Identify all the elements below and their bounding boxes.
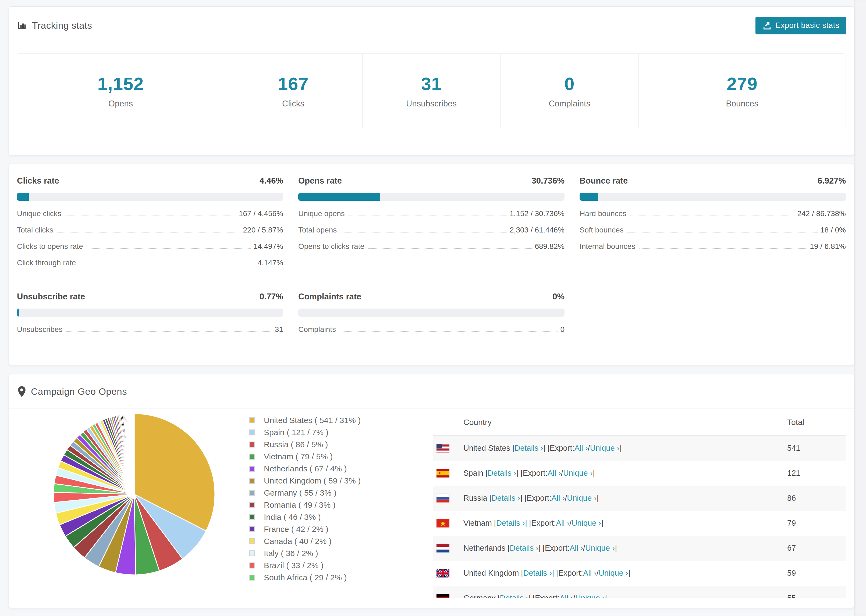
legend-label: Germany ( 55 / 3% ) <box>264 488 337 498</box>
export-all-link[interactable]: All › <box>575 444 588 453</box>
country-name: Spain <box>463 469 483 478</box>
rate-detail-label: Complaints <box>298 325 336 334</box>
rate-detail-row: Clicks to opens rate14.497% <box>17 242 283 251</box>
details-link[interactable]: Details › <box>500 594 528 598</box>
rate-value: 0.77% <box>260 292 283 302</box>
rate-detail-row: Complaints0 <box>298 325 565 334</box>
geo-table-row-united-states: United States [Details ›] [Export: All ›… <box>433 436 846 460</box>
export-unique-link[interactable]: Unique › <box>567 494 597 503</box>
geo-table-column: Country Total United States [Details ›] … <box>433 409 846 598</box>
dotted-leader <box>630 215 794 216</box>
legend-item-united-states[interactable]: United States ( 541 / 31% ) <box>249 416 433 425</box>
rates-grid: Clicks rate4.46%Unique clicks167 / 4.456… <box>17 176 846 334</box>
legend-item-vietnam[interactable]: Vietnam ( 79 / 5% ) <box>249 452 433 461</box>
geo-row-total: 541 <box>787 444 846 453</box>
legend-item-canada[interactable]: Canada ( 40 / 2% ) <box>249 537 433 546</box>
stat-box-complaints: 0Complaints <box>500 54 638 128</box>
campaign-geo-opens-card: Campaign Geo Opens United States ( 541 /… <box>9 374 854 608</box>
rate-head: Bounce rate6.927% <box>579 176 846 186</box>
legend-item-romania[interactable]: Romania ( 49 / 3% ) <box>249 500 433 509</box>
legend-swatch <box>249 454 255 460</box>
rate-detail-value: 14.497% <box>254 242 283 251</box>
geo-table-row-vietnam: Vietnam [Details ›] [Export: All › / Uni… <box>433 511 846 536</box>
export-unique-link[interactable]: Unique › <box>572 519 601 528</box>
rate-progress-fill <box>298 193 380 201</box>
legend-item-united-kingdom[interactable]: United Kingdom ( 59 / 3% ) <box>249 476 433 486</box>
export-all-link[interactable]: All › <box>551 494 565 503</box>
rate-title: Complaints rate <box>298 292 361 302</box>
rate-detail-value: 2,303 / 61.446% <box>510 226 565 234</box>
rate-progress-fill <box>17 193 29 201</box>
country-name: Vietnam <box>463 519 492 528</box>
rate-panel-opens-rate: Opens rate30.736%Unique opens1,152 / 30.… <box>298 176 565 267</box>
tracking-stats-header: Tracking stats Export basic stats <box>9 7 854 44</box>
details-link[interactable]: Details › <box>510 544 538 553</box>
details-link[interactable]: Details › <box>491 494 520 503</box>
legend-label: United States ( 541 / 31% ) <box>264 416 361 425</box>
flag-de-icon <box>436 594 449 598</box>
country-name: United States <box>463 444 510 453</box>
geo-table-row-russia: Russia [Details ›] [Export: All › / Uniq… <box>433 486 846 511</box>
export-unique-link[interactable]: Unique › <box>575 594 605 598</box>
stat-label: Bounces <box>726 99 759 108</box>
legend-item-brazil[interactable]: Brazil ( 33 / 2% ) <box>249 561 433 570</box>
rate-rows: Unsubscribes31 <box>17 325 283 334</box>
export-unique-link[interactable]: Unique › <box>563 469 593 478</box>
geo-table-header: Country Total <box>433 409 846 436</box>
rate-detail-label: Unique clicks <box>17 209 61 218</box>
flag-vn-icon <box>436 519 449 528</box>
geo-row-total: 55 <box>787 594 846 598</box>
details-link[interactable]: Details › <box>523 569 552 578</box>
legend-item-france[interactable]: France ( 42 / 2% ) <box>249 525 433 534</box>
column-header-country: Country <box>433 418 787 427</box>
legend-label: India ( 46 / 3% ) <box>264 512 321 522</box>
legend-swatch <box>249 502 255 508</box>
geo-opens-pie-chart[interactable] <box>51 411 217 578</box>
export-all-link[interactable]: All › <box>570 544 583 553</box>
rate-detail-row: Opens to clicks rate689.82% <box>298 242 565 251</box>
stat-value: 167 <box>278 73 309 94</box>
legend-item-south-africa[interactable]: South Africa ( 29 / 2% ) <box>249 573 433 582</box>
legend-swatch <box>249 538 255 544</box>
details-link[interactable]: Details › <box>488 469 516 478</box>
legend-item-russia[interactable]: Russia ( 86 / 5% ) <box>249 440 433 449</box>
geo-table-rows: United States [Details ›] [Export: All ›… <box>433 436 846 598</box>
export-all-link[interactable]: All › <box>556 519 569 528</box>
geo-row-country-cell: United Kingdom [Details ›] [Export: All … <box>433 569 787 578</box>
legend-item-germany[interactable]: Germany ( 55 / 3% ) <box>249 488 433 498</box>
legend-swatch <box>249 514 255 520</box>
export-all-link[interactable]: All › <box>583 569 597 578</box>
stat-box-bounces: 279Bounces <box>638 54 846 128</box>
export-unique-link[interactable]: Unique › <box>585 544 615 553</box>
details-link[interactable]: Details › <box>496 519 525 528</box>
export-unique-link[interactable]: Unique › <box>599 569 628 578</box>
legend-item-spain[interactable]: Spain ( 121 / 7% ) <box>249 428 433 437</box>
rate-title: Opens rate <box>298 176 342 186</box>
export-basic-stats-button[interactable]: Export basic stats <box>756 17 846 35</box>
export-all-link[interactable]: All › <box>548 469 561 478</box>
flag-nl-icon <box>436 544 449 553</box>
export-unique-link[interactable]: Unique › <box>590 444 620 453</box>
rate-detail-label: Internal bounces <box>579 242 635 251</box>
legend-swatch <box>249 526 255 532</box>
page-scrollbar[interactable] <box>854 0 866 616</box>
geo-row-total: 67 <box>787 544 846 553</box>
export-all-link[interactable]: All › <box>560 594 573 598</box>
rate-value: 0% <box>553 292 565 302</box>
geo-row-country-cell: Spain [Details ›] [Export: All › / Uniqu… <box>433 469 787 478</box>
rate-progress-fill <box>17 308 19 317</box>
rate-head: Unsubscribe rate0.77% <box>17 292 283 302</box>
legend-swatch <box>249 466 255 472</box>
dotted-leader <box>368 248 532 249</box>
legend-label: Canada ( 40 / 2% ) <box>264 537 332 546</box>
dotted-leader <box>639 248 807 249</box>
rate-detail-value: 689.82% <box>535 242 565 251</box>
pie-slice-65[interactable] <box>134 413 134 494</box>
details-link[interactable]: Details › <box>515 444 543 453</box>
legend-item-italy[interactable]: Italy ( 36 / 2% ) <box>249 549 433 558</box>
legend-label: Brazil ( 33 / 2% ) <box>264 561 324 570</box>
legend-item-india[interactable]: India ( 46 / 3% ) <box>249 512 433 522</box>
legend-label: Netherlands ( 67 / 4% ) <box>264 464 347 473</box>
geo-pie-column <box>17 409 241 598</box>
legend-item-netherlands[interactable]: Netherlands ( 67 / 4% ) <box>249 464 433 473</box>
